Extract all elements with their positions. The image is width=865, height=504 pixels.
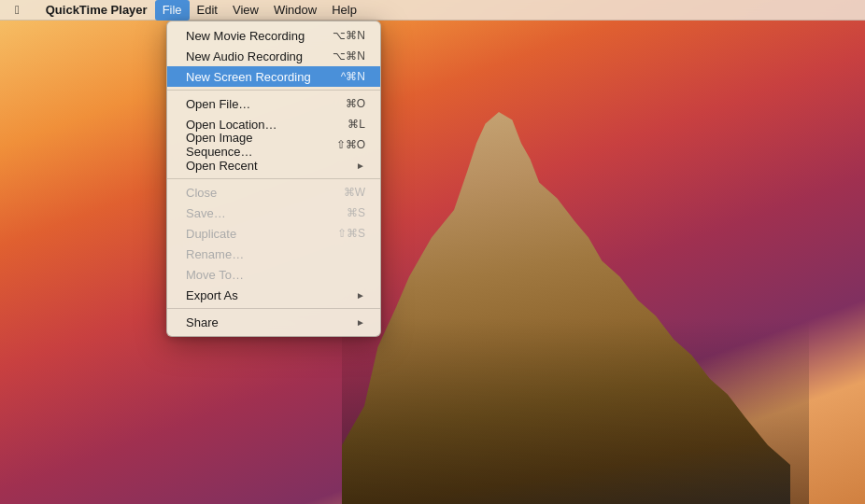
rock-shadow xyxy=(342,317,809,504)
menu-item-open-image-seq[interactable]: Open Image Sequence… ⇧⌘O xyxy=(167,134,380,155)
menu-item-share-label: Share xyxy=(186,315,356,329)
menu-item-new-screen-label: New Screen Recording xyxy=(186,70,322,84)
menu-item-duplicate-shortcut: ⇧⌘S xyxy=(337,227,365,240)
menu-item-share[interactable]: Share ► xyxy=(167,312,380,332)
menu-item-new-audio-shortcut: ⌥⌘N xyxy=(333,49,365,63)
menu-item-new-movie[interactable]: New Movie Recording ⌥⌘N xyxy=(167,25,380,46)
menu-item-export-as[interactable]: Export As ► xyxy=(167,285,380,305)
menu-item-open-file-label: Open File… xyxy=(186,97,327,111)
menu-item-export-as-arrow: ► xyxy=(356,290,365,301)
menu-item-new-movie-shortcut: ⌥⌘N xyxy=(333,29,365,42)
menu-item-move-to: Move To… xyxy=(167,264,380,285)
menu-item-save-label: Save… xyxy=(186,206,328,220)
menu-item-open-recent-arrow: ► xyxy=(356,161,365,171)
menu-item-new-screen-shortcut: ^⌘N xyxy=(341,70,365,83)
menubar-help[interactable]: Help xyxy=(324,0,364,21)
apple-menu[interactable]:  xyxy=(7,0,27,21)
menu-item-rename: Rename… xyxy=(167,244,380,264)
menu-item-close-label: Close xyxy=(186,186,325,200)
menu-item-close-shortcut: ⌘W xyxy=(344,186,365,199)
menubar-window[interactable]: Window xyxy=(266,0,324,21)
menu-item-export-as-label: Export As xyxy=(186,288,356,302)
menu-item-new-audio[interactable]: New Audio Recording ⌥⌘N xyxy=(167,46,380,66)
menubar-view[interactable]: View xyxy=(225,0,266,21)
menu-item-duplicate: Duplicate ⇧⌘S xyxy=(167,223,380,244)
menu-item-new-screen[interactable]: New Screen Recording ^⌘N xyxy=(167,66,380,87)
menu-item-save: Save… ⌘S xyxy=(167,203,380,223)
file-dropdown-menu: New Movie Recording ⌥⌘N New Audio Record… xyxy=(166,21,381,337)
menu-item-rename-label: Rename… xyxy=(186,247,365,261)
menu-item-save-shortcut: ⌘S xyxy=(347,206,365,219)
menu-item-open-image-seq-shortcut: ⇧⌘O xyxy=(336,138,365,151)
separator-2 xyxy=(167,178,380,179)
menu-item-open-location-label: Open Location… xyxy=(186,118,329,132)
menu-item-open-recent-label: Open Recent xyxy=(186,159,356,173)
menubar:  QuickTime Player File Edit View Window… xyxy=(0,0,865,21)
menu-item-open-location-shortcut: ⌘L xyxy=(347,118,365,131)
menu-item-duplicate-label: Duplicate xyxy=(186,227,319,241)
menu-item-open-file[interactable]: Open File… ⌘O xyxy=(167,93,380,114)
separator-1 xyxy=(167,90,380,91)
menubar-edit[interactable]: Edit xyxy=(190,0,225,21)
menubar-file[interactable]: File xyxy=(155,0,190,21)
menu-item-open-image-seq-label: Open Image Sequence… xyxy=(186,131,318,159)
menu-item-new-movie-label: New Movie Recording xyxy=(186,29,314,43)
menu-item-move-to-label: Move To… xyxy=(186,268,365,282)
menu-item-close: Close ⌘W xyxy=(167,182,380,203)
menu-item-open-file-shortcut: ⌘O xyxy=(346,97,365,110)
menu-item-new-audio-label: New Audio Recording xyxy=(186,49,314,63)
menu-item-share-arrow: ► xyxy=(356,317,365,328)
separator-3 xyxy=(167,308,380,309)
menu-item-open-recent[interactable]: Open Recent ► xyxy=(167,155,380,175)
menubar-quicktime-player[interactable]: QuickTime Player xyxy=(38,0,155,21)
